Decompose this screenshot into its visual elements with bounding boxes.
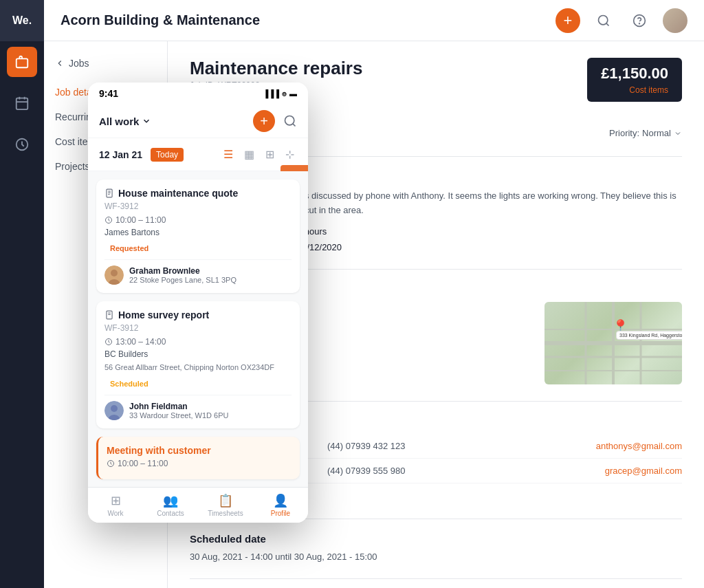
mobile-filter-view-icon[interactable]: ⊹ <box>283 145 297 164</box>
mobile-date-text: 12 Jan 21 <box>99 149 142 160</box>
work-nav-label: Work <box>107 510 123 517</box>
mobile-grid-view-icon[interactable]: ⊞ <box>263 145 277 164</box>
timesheets-nav-label: Timesheets <box>208 510 243 517</box>
svg-rect-0 <box>16 58 28 67</box>
mobile-nav-contacts[interactable]: 👥 Contacts <box>143 488 198 523</box>
job-card-1-time: 10:00 – 11:00 <box>104 215 292 225</box>
duration-value: 2 hours <box>297 226 682 237</box>
mobile-add-button[interactable]: + <box>253 110 275 132</box>
sidebar-icon-calendar[interactable] <box>7 88 37 118</box>
job-card-1-status: Requested <box>104 243 154 254</box>
cost-items-link[interactable]: Cost items <box>601 85 668 95</box>
sidebar-icon-jobs[interactable] <box>7 47 37 77</box>
map-bg: 📍 333 Kingsland Rd, Haggerston, London..… <box>544 302 682 384</box>
job-card-1-person-address: 22 Stoke Poges Lane, SL1 3PQ <box>129 276 236 284</box>
sidebar-icon-clock[interactable] <box>7 129 37 160</box>
signal-icon: ▐▐▐ <box>263 89 279 98</box>
job-card-2-status: Scheduled <box>104 378 154 389</box>
job-card-2-avatar-row: John Fieldman 33 Wardour Street, W1D 6PU <box>104 395 292 420</box>
job-card-1-client: James Bartons <box>104 228 292 237</box>
mobile-filter-btn[interactable]: All work <box>99 116 151 127</box>
svg-point-9 <box>639 23 640 23</box>
due-date-value: 12/12/2020 <box>297 242 682 252</box>
mobile-filter-label: All work <box>99 116 139 127</box>
job-card-2-person-address: 33 Wardour Street, W1D 6PU <box>129 411 228 420</box>
map-label: 333 Kingsland Rd, Haggerston, London... <box>616 331 682 340</box>
clock-icon-3 <box>107 459 115 468</box>
mobile-nav-work[interactable]: ⊞ Work <box>88 488 143 523</box>
profile-nav-label: Profile <box>271 510 290 517</box>
mobile-time: 9:41 <box>99 88 118 99</box>
job-card-3-title: Meeting with customer <box>107 445 292 456</box>
svg-point-6 <box>599 15 608 24</box>
topbar: Acorn Building & Maintenance + <box>44 0 704 41</box>
job-card-3-time: 10:00 – 11:00 <box>107 459 292 468</box>
mobile-search-icon[interactable] <box>283 114 297 128</box>
avatar-2-svg <box>104 401 124 420</box>
scheduled-section: Scheduled date 30 Aug, 2021 - 14:00 unti… <box>190 533 682 562</box>
mobile-today-button[interactable]: Today <box>151 148 184 162</box>
job-card-2-avatar <box>104 401 124 420</box>
help-icon[interactable] <box>627 8 652 33</box>
cost-box: £1,150.00 Cost items <box>587 58 682 102</box>
job-card-1[interactable]: House maintenance quote WF-3912 10:00 – … <box>96 179 300 293</box>
wifi-icon: ⌾ <box>282 89 287 98</box>
map-roads-svg <box>544 302 682 384</box>
mobile-overlay: 9:41 ▐▐▐ ⌾ ▬ All work + <box>88 83 308 523</box>
avatar[interactable] <box>663 8 688 33</box>
contact-1-email[interactable]: anthonys@gmail.com <box>465 441 682 451</box>
job-card-1-icon <box>104 188 114 198</box>
job-card-1-title: House maintenance quote <box>104 188 292 199</box>
mobile-list-view-icon[interactable]: ☰ <box>221 145 236 164</box>
priority-badge[interactable]: Priority: Normal <box>609 128 682 138</box>
priority-value: Normal <box>642 128 671 138</box>
content-layout: Jobs Job details Recurring Cost items Pr… <box>44 41 704 588</box>
job-card-2[interactable]: Home survey report WF-3912 13:00 – 14:00… <box>96 301 300 428</box>
svg-line-20 <box>293 124 296 127</box>
mobile-top-actions: + <box>253 110 297 132</box>
mobile-nav-profile[interactable]: 👤 Profile <box>253 488 308 523</box>
back-to-jobs[interactable]: Jobs <box>44 52 167 74</box>
profile-nav-icon: 👤 <box>273 493 288 508</box>
job-card-2-title: Home survey report <box>104 309 292 320</box>
mobile-scroll[interactable]: House maintenance quote WF-3912 10:00 – … <box>88 171 308 487</box>
svg-line-7 <box>606 23 609 25</box>
mobile-filter-chevron <box>142 116 151 126</box>
job-card-3[interactable]: Meeting with customer 10:00 – 11:00 <box>96 437 300 479</box>
mobile-date-bar: 12 Jan 21 Today ☰ ▦ ⊞ ⊹ <box>88 138 308 171</box>
job-title: Maintenance repairs <box>190 58 362 79</box>
priority-chevron-icon <box>674 129 682 138</box>
divider-5 <box>190 578 682 579</box>
mobile-topbar: All work + <box>88 105 308 138</box>
avatar-1-svg <box>104 265 124 285</box>
contact-2-email[interactable]: gracep@gmail.com <box>465 466 682 476</box>
add-button[interactable]: + <box>556 8 580 33</box>
scheduled-value: 30 Aug, 2021 - 14:00 until 30 Aug, 2021 … <box>190 552 682 562</box>
mobile-nav-timesheets[interactable]: 📋 Timesheets <box>198 488 253 523</box>
mobile-signal-icons: ▐▐▐ ⌾ ▬ <box>263 89 297 98</box>
sidebar-logo: We. <box>0 0 44 41</box>
cost-amount: £1,150.00 <box>601 65 668 83</box>
topbar-title: Acorn Building & Maintenance <box>60 12 556 28</box>
svg-point-27 <box>111 270 118 276</box>
job-card-2-icon <box>104 310 114 320</box>
site-map: 📍 333 Kingsland Rd, Haggerston, London..… <box>544 302 682 384</box>
job-card-2-person: John Fieldman 33 Wardour Street, W1D 6PU <box>129 402 228 420</box>
clock-icon-2 <box>104 338 113 346</box>
job-card-2-address: 56 Great Allbarr Street, Chipping Norton… <box>104 363 292 371</box>
mobile-bottom-nav: ⊞ Work 👥 Contacts 📋 Timesheets 👤 Profile <box>88 487 308 523</box>
mobile-calendar-view-icon[interactable]: ▦ <box>241 145 257 164</box>
work-nav-icon: ⊞ <box>111 493 121 508</box>
job-card-1-avatar <box>104 265 124 285</box>
job-card-1-person-name: Graham Brownlee <box>129 266 236 276</box>
main-wrapper: Acorn Building & Maintenance + Jobs Job … <box>44 0 704 588</box>
contacts-nav-label: Contacts <box>157 510 184 517</box>
job-card-2-person-name: John Fieldman <box>129 402 228 411</box>
mobile-statusbar: 9:41 ▐▐▐ ⌾ ▬ <box>88 83 308 105</box>
priority-label: Priority: <box>609 128 639 138</box>
search-icon[interactable] <box>591 8 616 33</box>
battery-icon: ▬ <box>289 89 297 98</box>
job-card-1-person: Graham Brownlee 22 Stoke Poges Lane, SL1… <box>129 266 236 284</box>
timesheets-nav-icon: 📋 <box>218 493 233 508</box>
svg-point-34 <box>111 405 118 412</box>
